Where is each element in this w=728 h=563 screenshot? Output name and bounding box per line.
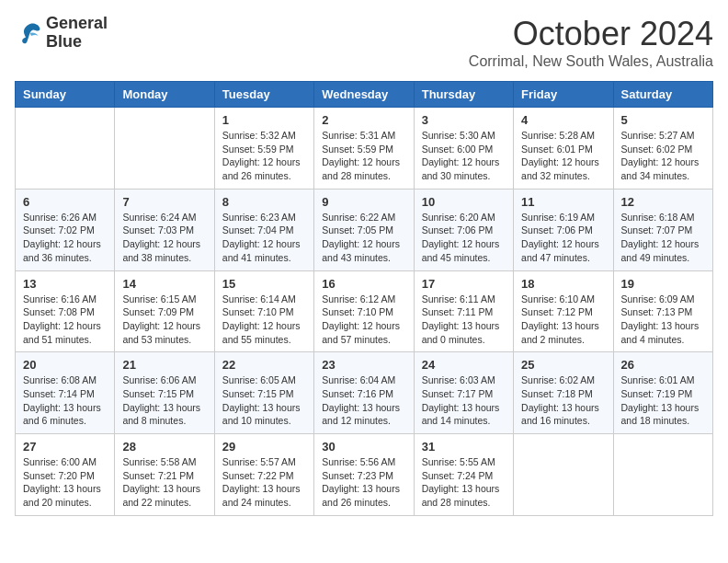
day-number: 24	[422, 358, 506, 372]
day-number: 30	[322, 440, 405, 454]
day-number: 22	[222, 358, 306, 372]
calendar-cell: 20Sunrise: 6:08 AM Sunset: 7:14 PM Dayli…	[16, 352, 115, 434]
calendar-cell: 19Sunrise: 6:09 AM Sunset: 7:13 PM Dayli…	[613, 270, 712, 352]
calendar-cell: 14Sunrise: 6:15 AM Sunset: 7:09 PM Dayli…	[115, 270, 214, 352]
day-number: 14	[122, 277, 206, 291]
day-info: Sunrise: 6:09 AM Sunset: 7:13 PM Dayligh…	[621, 293, 705, 347]
day-info: Sunrise: 6:16 AM Sunset: 7:08 PM Dayligh…	[23, 293, 107, 347]
day-number: 27	[23, 440, 107, 454]
day-number: 23	[322, 358, 405, 372]
calendar-cell: 25Sunrise: 6:02 AM Sunset: 7:18 PM Dayli…	[514, 352, 613, 434]
calendar-week-3: 13Sunrise: 6:16 AM Sunset: 7:08 PM Dayli…	[16, 270, 713, 352]
day-number: 21	[122, 358, 206, 372]
calendar-cell	[115, 108, 214, 190]
header-cell-friday: Friday	[514, 82, 613, 108]
calendar-cell: 4Sunrise: 5:28 AM Sunset: 6:01 PM Daylig…	[514, 108, 613, 190]
day-info: Sunrise: 6:23 AM Sunset: 7:04 PM Dayligh…	[222, 211, 306, 265]
day-number: 29	[222, 440, 306, 454]
day-number: 31	[422, 440, 506, 454]
day-number: 5	[621, 113, 705, 127]
day-info: Sunrise: 6:10 AM Sunset: 7:12 PM Dayligh…	[521, 293, 605, 347]
header-cell-wednesday: Wednesday	[314, 82, 414, 108]
day-info: Sunrise: 5:30 AM Sunset: 6:00 PM Dayligh…	[422, 129, 506, 183]
calendar-cell: 8Sunrise: 6:23 AM Sunset: 7:04 PM Daylig…	[214, 189, 313, 270]
calendar-body: 1Sunrise: 5:32 AM Sunset: 5:59 PM Daylig…	[16, 108, 713, 516]
calendar-cell: 30Sunrise: 5:56 AM Sunset: 7:23 PM Dayli…	[314, 434, 414, 516]
calendar-cell: 26Sunrise: 6:01 AM Sunset: 7:19 PM Dayli…	[613, 352, 712, 434]
calendar-cell: 23Sunrise: 6:04 AM Sunset: 7:16 PM Dayli…	[314, 352, 414, 434]
day-number: 3	[422, 113, 506, 127]
month-title: October 2024	[469, 15, 713, 53]
day-info: Sunrise: 6:01 AM Sunset: 7:19 PM Dayligh…	[621, 373, 705, 428]
calendar-cell: 16Sunrise: 6:12 AM Sunset: 7:10 PM Dayli…	[314, 270, 414, 352]
day-info: Sunrise: 5:56 AM Sunset: 7:23 PM Dayligh…	[322, 455, 405, 510]
day-number: 28	[122, 440, 206, 454]
calendar-cell	[514, 434, 613, 516]
calendar-cell: 9Sunrise: 6:22 AM Sunset: 7:05 PM Daylig…	[314, 189, 414, 270]
day-number: 26	[621, 358, 705, 372]
day-number: 8	[222, 195, 306, 209]
calendar-table: SundayMondayTuesdayWednesdayThursdayFrid…	[15, 81, 713, 516]
title-area: October 2024 Corrimal, New South Wales, …	[469, 15, 713, 70]
day-info: Sunrise: 6:06 AM Sunset: 7:15 PM Dayligh…	[122, 373, 206, 428]
day-info: Sunrise: 6:26 AM Sunset: 7:02 PM Dayligh…	[23, 211, 107, 265]
day-number: 12	[621, 195, 705, 209]
day-number: 2	[322, 113, 405, 127]
header-cell-monday: Monday	[115, 82, 214, 108]
day-info: Sunrise: 6:11 AM Sunset: 7:11 PM Dayligh…	[422, 293, 506, 347]
calendar-cell: 12Sunrise: 6:18 AM Sunset: 7:07 PM Dayli…	[613, 189, 712, 270]
calendar-cell: 24Sunrise: 6:03 AM Sunset: 7:17 PM Dayli…	[414, 352, 513, 434]
day-info: Sunrise: 6:22 AM Sunset: 7:05 PM Dayligh…	[322, 211, 405, 265]
logo-text: General Blue	[46, 15, 108, 52]
calendar-cell: 11Sunrise: 6:19 AM Sunset: 7:06 PM Dayli…	[514, 189, 613, 270]
day-info: Sunrise: 6:00 AM Sunset: 7:20 PM Dayligh…	[23, 455, 107, 510]
day-info: Sunrise: 6:05 AM Sunset: 7:15 PM Dayligh…	[222, 373, 306, 428]
day-number: 20	[23, 358, 107, 372]
calendar-cell: 29Sunrise: 5:57 AM Sunset: 7:22 PM Dayli…	[214, 434, 313, 516]
calendar-cell: 10Sunrise: 6:20 AM Sunset: 7:06 PM Dayli…	[414, 189, 513, 270]
day-info: Sunrise: 5:55 AM Sunset: 7:24 PM Dayligh…	[422, 455, 506, 510]
calendar-cell: 6Sunrise: 6:26 AM Sunset: 7:02 PM Daylig…	[16, 189, 115, 270]
calendar-cell: 31Sunrise: 5:55 AM Sunset: 7:24 PM Dayli…	[414, 434, 513, 516]
day-number: 18	[521, 277, 605, 291]
calendar-cell: 27Sunrise: 6:00 AM Sunset: 7:20 PM Dayli…	[16, 434, 115, 516]
day-number: 13	[23, 277, 107, 291]
day-number: 10	[422, 195, 506, 209]
day-number: 25	[521, 358, 605, 372]
calendar-cell: 7Sunrise: 6:24 AM Sunset: 7:03 PM Daylig…	[115, 189, 214, 270]
day-info: Sunrise: 6:19 AM Sunset: 7:06 PM Dayligh…	[521, 211, 605, 265]
header-cell-saturday: Saturday	[613, 82, 712, 108]
day-info: Sunrise: 6:12 AM Sunset: 7:10 PM Dayligh…	[322, 293, 405, 347]
day-number: 4	[521, 113, 605, 127]
calendar-cell: 18Sunrise: 6:10 AM Sunset: 7:12 PM Dayli…	[514, 270, 613, 352]
day-number: 16	[322, 277, 405, 291]
day-info: Sunrise: 6:02 AM Sunset: 7:18 PM Dayligh…	[521, 373, 605, 428]
logo: General Blue	[15, 15, 108, 52]
day-info: Sunrise: 6:03 AM Sunset: 7:17 PM Dayligh…	[422, 373, 506, 428]
header-cell-thursday: Thursday	[414, 82, 513, 108]
page-header: General Blue October 2024 Corrimal, New …	[15, 15, 713, 70]
calendar-cell: 15Sunrise: 6:14 AM Sunset: 7:10 PM Dayli…	[214, 270, 313, 352]
calendar-cell	[613, 434, 712, 516]
day-info: Sunrise: 6:04 AM Sunset: 7:16 PM Dayligh…	[322, 373, 405, 428]
day-number: 15	[222, 277, 306, 291]
calendar-cell	[16, 108, 115, 190]
day-info: Sunrise: 6:08 AM Sunset: 7:14 PM Dayligh…	[23, 373, 107, 428]
calendar-week-2: 6Sunrise: 6:26 AM Sunset: 7:02 PM Daylig…	[16, 189, 713, 270]
day-number: 1	[222, 113, 306, 127]
header-cell-sunday: Sunday	[16, 82, 115, 108]
location-subtitle: Corrimal, New South Wales, Australia	[469, 53, 713, 70]
calendar-week-4: 20Sunrise: 6:08 AM Sunset: 7:14 PM Dayli…	[16, 352, 713, 434]
calendar-cell: 1Sunrise: 5:32 AM Sunset: 5:59 PM Daylig…	[214, 108, 313, 190]
calendar-header-row: SundayMondayTuesdayWednesdayThursdayFrid…	[16, 82, 713, 108]
day-info: Sunrise: 5:28 AM Sunset: 6:01 PM Dayligh…	[521, 129, 605, 183]
calendar-cell: 22Sunrise: 6:05 AM Sunset: 7:15 PM Dayli…	[214, 352, 313, 434]
calendar-cell: 13Sunrise: 6:16 AM Sunset: 7:08 PM Dayli…	[16, 270, 115, 352]
calendar-cell: 17Sunrise: 6:11 AM Sunset: 7:11 PM Dayli…	[414, 270, 513, 352]
logo-bird-icon	[15, 19, 42, 47]
day-info: Sunrise: 6:24 AM Sunset: 7:03 PM Dayligh…	[122, 211, 206, 265]
day-info: Sunrise: 6:18 AM Sunset: 7:07 PM Dayligh…	[621, 211, 705, 265]
day-info: Sunrise: 5:57 AM Sunset: 7:22 PM Dayligh…	[222, 455, 306, 510]
day-number: 11	[521, 195, 605, 209]
calendar-cell: 2Sunrise: 5:31 AM Sunset: 5:59 PM Daylig…	[314, 108, 414, 190]
